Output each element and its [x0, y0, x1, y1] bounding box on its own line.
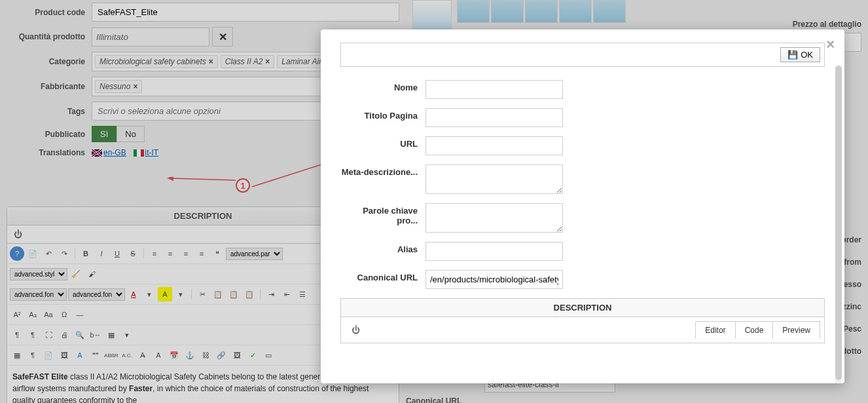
name-input[interactable] — [425, 80, 563, 99]
alias-input[interactable] — [425, 242, 563, 261]
ok-button[interactable]: 💾OK — [780, 47, 820, 62]
modal-scrollbar[interactable] — [835, 66, 842, 383]
pagetitle-input[interactable] — [425, 108, 563, 127]
power-icon[interactable]: ⏻ — [345, 321, 367, 339]
url-label: URL — [340, 136, 425, 149]
translation-modal: × 💾OK Nome Titolo Pagina URL Meta-descri… — [321, 29, 844, 383]
keywords-input[interactable] — [425, 203, 563, 233]
save-icon: 💾 — [787, 50, 798, 60]
metadesc-label: Meta-descrizione... — [340, 164, 425, 177]
metadesc-input[interactable] — [425, 164, 563, 194]
name-label: Nome — [340, 80, 425, 92]
canonical-label: Canonical URL — [340, 270, 425, 282]
modal-description-panel: DESCRIPTION ⏻ Editor Code Preview — [340, 298, 825, 343]
modal-tab-editor[interactable]: Editor — [695, 321, 735, 339]
modal-toolbar: 💾OK — [340, 43, 825, 67]
modal-tab-preview[interactable]: Preview — [773, 321, 820, 339]
close-icon[interactable]: × — [826, 36, 835, 53]
url-input[interactable] — [425, 136, 563, 155]
pagetitle-label: Titolo Pagina — [340, 108, 425, 121]
keywords-label: Parole chiave pro... — [340, 203, 425, 225]
alias-label: Alias — [340, 242, 425, 254]
modal-tab-code[interactable]: Code — [736, 321, 774, 339]
scroll-thumb[interactable] — [835, 66, 842, 380]
modal-desc-title: DESCRIPTION — [341, 299, 824, 317]
canonical-input[interactable] — [425, 270, 563, 289]
